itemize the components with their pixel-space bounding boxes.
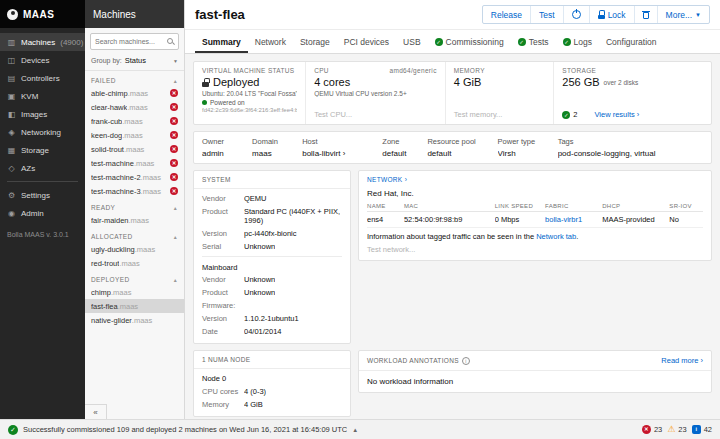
delete-button[interactable] [634, 6, 657, 23]
system-card-title: SYSTEM [194, 171, 350, 189]
sidebar-item-label: Settings [21, 191, 50, 200]
lock-button[interactable]: Lock [589, 6, 634, 23]
machine-list-item[interactable]: frank-cub.maas ✕ [85, 114, 184, 128]
test-network-link[interactable]: Test network... [367, 245, 703, 254]
tab-storage[interactable]: Storage [293, 30, 337, 53]
test-button[interactable]: Test [530, 6, 563, 23]
main-row: MAAS ▥ Machines (4900) ◫ Devices ▤ Contr… [0, 0, 720, 419]
host-link[interactable]: bolla-libvirt › [302, 149, 382, 158]
power-button[interactable] [563, 6, 589, 23]
vm-status-section: VIRTUAL MACHINE STATUS Deployed Ubuntu: … [194, 62, 305, 124]
release-button[interactable]: Release [483, 6, 530, 23]
machine-list-item[interactable]: solid-trout.maas ✕ [85, 142, 184, 156]
machine-list-item[interactable]: test-machine-3.maas ✕ [85, 184, 184, 198]
group-header-failed[interactable]: FAILED ▲ [85, 71, 184, 86]
machine-list-item[interactable]: clear-hawk.maas ✕ [85, 100, 184, 114]
sidebar-item-settings[interactable]: ⚙ Settings [0, 186, 85, 204]
sidebar-item-devices[interactable]: ◫ Devices [0, 51, 85, 69]
sidebar-item-kvm[interactable]: ▣ KVM [0, 87, 85, 105]
sidebar-item-storage[interactable]: ▦ Storage [0, 141, 85, 159]
storage-detail: over 2 disks [604, 79, 639, 86]
notification-icon: i [692, 425, 701, 434]
power-icon [572, 10, 581, 19]
sidebar-item-label: Admin [21, 209, 44, 218]
maas-logo[interactable]: MAAS [0, 0, 85, 28]
sidebar-item-controllers[interactable]: ▤ Controllers [0, 69, 85, 87]
collapse-panel-button[interactable]: « [85, 404, 107, 419]
cpu-arch: amd64/generic [389, 67, 436, 74]
failed-status-icon: ✕ [170, 173, 178, 181]
test-cpu-link[interactable]: Test CPU... [314, 110, 437, 119]
test-memory-link[interactable]: Test memory... [454, 110, 546, 119]
failed-status-icon: ✕ [170, 117, 178, 125]
workload-annotations-card: WORKLOAD ANNOTATIONS i Read more › No wo… [358, 350, 712, 393]
machine-list-item[interactable]: red-trout.maas [85, 256, 184, 270]
network-tab-link[interactable]: Network tab [536, 232, 576, 241]
warning-count-item[interactable]: ⚠ 23 [667, 425, 686, 434]
chevron-up-icon[interactable]: ▲ [352, 427, 358, 433]
sidebar-item-machines[interactable]: ▥ Machines (4900) [0, 33, 85, 51]
tab-bar: Summary Network Storage PCI devices USB … [185, 30, 720, 54]
machine-list-item-selected[interactable]: fast-flea.maas [85, 299, 184, 313]
tab-pci-devices[interactable]: PCI devices [337, 30, 396, 53]
detail-domain: Domain maas [252, 137, 302, 158]
left-nav: MAAS ▥ Machines (4900) ◫ Devices ▤ Contr… [0, 0, 85, 419]
search-wrap [90, 33, 179, 50]
tab-usb[interactable]: USB [396, 30, 427, 53]
search-input[interactable] [90, 33, 179, 50]
sidebar-item-admin[interactable]: ◉ Admin [0, 204, 85, 222]
view-results-link[interactable]: View results › [594, 110, 639, 119]
nic-dhcp: MAAS-provided [602, 212, 669, 228]
group-by-select[interactable]: Group by: Status ▼ [85, 54, 184, 71]
error-count-item[interactable]: ✕ 23 [642, 425, 662, 434]
power-state: Powered on [210, 99, 245, 106]
os-info: Ubuntu: 20.04 LTS "Focal Fossa" [202, 90, 297, 97]
network-card-title-link[interactable]: NETWORK › [359, 171, 711, 185]
system-card: SYSTEM VendorQEMU ProductStandard PC (i4… [193, 170, 351, 344]
sidebar-item-label: KVM [21, 92, 38, 101]
user-icon: ◉ [7, 209, 16, 218]
group-header-ready[interactable]: READY ▲ [85, 198, 184, 213]
machine-list-item[interactable]: test-machine.maas ✕ [85, 156, 184, 170]
machine-list-item[interactable]: able-chimp.maas ✕ [85, 86, 184, 100]
tab-tests[interactable]: ✓Tests [511, 30, 556, 53]
network-card: NETWORK › Red Hat, Inc. NAME MAC LINK SP… [358, 170, 712, 261]
warning-icon: ⚠ [667, 425, 675, 434]
workload-empty-message: No workload information [359, 371, 711, 392]
group-header-allocated[interactable]: ALLOCATED ▲ [85, 227, 184, 242]
nic-fabric-link[interactable]: bolla-virbr1 [545, 212, 602, 228]
group-by-label: Group by: [91, 57, 122, 64]
read-more-link[interactable]: Read more › [661, 356, 703, 365]
tab-network[interactable]: Network [248, 30, 293, 53]
more-button[interactable]: More...▼ [657, 6, 709, 23]
machine-list-item[interactable]: test-machine-2.maas ✕ [85, 170, 184, 184]
main-content: fast-flea Release Test Lock More...▼ Sum… [185, 0, 720, 419]
numa-workload-row: 1 NUMA NODE Node 0 CPU cores4 (0-3) Memo… [193, 350, 712, 417]
machine-list-item[interactable]: keen-dog.maas ✕ [85, 128, 184, 142]
table-row: ens4 52:54:00:9f:98:b9 0 Mbps bolla-virb… [367, 212, 703, 228]
tab-commissioning[interactable]: ✓Commissioning [428, 30, 511, 53]
vm-status-value: Deployed [213, 76, 259, 88]
divider [202, 256, 342, 257]
tab-logs[interactable]: ✓Logs [556, 30, 599, 53]
notification-count-item[interactable]: i 42 [692, 425, 712, 434]
tab-summary[interactable]: Summary [195, 30, 248, 53]
machine-list-item[interactable]: chimp.maas [85, 285, 184, 299]
group-header-deployed[interactable]: DEPLOYED ▲ [85, 270, 184, 285]
machine-list-item[interactable]: native-glider.maas [85, 313, 184, 327]
chevron-up-icon: ▲ [173, 78, 178, 84]
sidebar-item-networking[interactable]: ◈ Networking [0, 123, 85, 141]
sidebar-item-label: Devices [21, 56, 49, 65]
sidebar-item-label: AZs [21, 164, 35, 173]
machine-list-item[interactable]: fair-maiden.maas [85, 213, 184, 227]
machines-count: (4900) [60, 38, 83, 47]
tagged-traffic-note: Information about tagged traffic can be … [367, 232, 703, 241]
detail-host: Host bolla-libvirt › [302, 137, 382, 158]
machine-list-item[interactable]: ugly-duckling.maas [85, 242, 184, 256]
sidebar-item-images[interactable]: ◧ Images [0, 105, 85, 123]
nic-name: ens4 [367, 212, 404, 228]
sidebar-item-azs[interactable]: ◇ AZs [0, 159, 85, 177]
tab-configuration[interactable]: Configuration [599, 30, 664, 53]
warning-count: 23 [678, 425, 686, 434]
group-by-value: Status [125, 56, 146, 65]
